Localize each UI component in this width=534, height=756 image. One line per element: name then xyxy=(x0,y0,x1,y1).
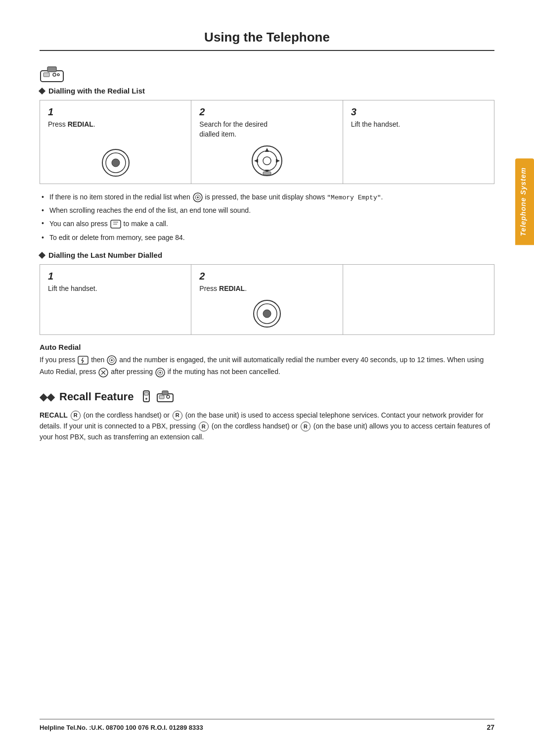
flash-inline-icon xyxy=(77,354,89,366)
recall-body: RECALL R (on the cordless handset) or R … xyxy=(40,410,494,443)
bullet-3: You can also press to make a call. xyxy=(40,218,494,230)
bullet-1: If there is no item stored in the redial… xyxy=(40,192,494,203)
svg-marker-14 xyxy=(276,159,280,163)
svg-point-37 xyxy=(159,372,161,374)
redial-button-icon-1 xyxy=(101,148,131,178)
svg-point-9 xyxy=(257,151,277,171)
nav-button-icon xyxy=(250,144,284,178)
page-footer: Helpline Tel.No. :U.K. 08700 100 076 R.O… xyxy=(40,719,494,731)
last-step-2-icon xyxy=(199,299,334,329)
svg-rect-15 xyxy=(263,172,271,175)
svg-point-43 xyxy=(167,395,170,398)
step-2-number: 2 xyxy=(199,106,205,118)
redial-inline-icon xyxy=(192,192,203,203)
svg-rect-25 xyxy=(78,356,88,364)
cordless-phone-icon xyxy=(139,390,153,404)
recall-circled-r-4: R xyxy=(301,422,311,431)
diamond-bullet-1 xyxy=(39,87,45,94)
step-3-text: Lift the handset. xyxy=(351,120,400,130)
footer-page-number: 27 xyxy=(487,723,494,731)
step-1-icon xyxy=(48,148,183,178)
step-3-number: 3 xyxy=(351,106,356,118)
last-step-1-cell: 1 Lift the handset. xyxy=(40,265,191,334)
step-2-cell: 2 Search for the desireddialled item. xyxy=(191,100,343,184)
dialling-last-title: Dialling the Last Number Dialled xyxy=(40,251,494,259)
mute-inline-icon xyxy=(98,367,109,378)
svg-point-31 xyxy=(111,359,113,361)
step-3-cell: 3 Lift the handset. xyxy=(343,100,494,184)
svg-rect-42 xyxy=(159,395,164,399)
last-step-1-number: 1 xyxy=(48,271,53,282)
last-step-2-cell: 2 Press REDIAL. xyxy=(191,265,343,334)
recall-circled-r-1: R xyxy=(71,411,81,421)
redial-auto-icon xyxy=(106,355,117,366)
step-1-number: 1 xyxy=(48,106,53,118)
last-step-2-text: Press REDIAL. xyxy=(199,284,247,294)
svg-rect-4 xyxy=(47,67,56,72)
last-step-1-text: Lift the handset. xyxy=(48,284,97,294)
auto-redial-body: If you press then and the number is enga… xyxy=(40,354,494,378)
last-step-3-empty xyxy=(343,265,494,334)
last-step-2-number: 2 xyxy=(199,271,205,282)
svg-point-18 xyxy=(197,196,199,198)
redial-button-icon-2 xyxy=(252,299,282,329)
last-number-steps-box: 1 Lift the handset. 2 Press REDIAL. xyxy=(40,264,494,335)
svg-point-24 xyxy=(263,310,271,318)
redial-auto-icon2 xyxy=(155,367,166,378)
redial-bullets: If there is no item stored in the redial… xyxy=(40,192,494,243)
auto-redial-title: Auto Redial xyxy=(40,343,494,351)
dialling-redial-title: Dialling with the Redial List xyxy=(40,87,494,95)
footer-helpline: Helpline Tel.No. :U.K. 08700 100 076 R.O… xyxy=(40,724,203,731)
step-1-cell: 1 Press REDIAL. xyxy=(40,100,191,184)
base-phone-icon xyxy=(156,390,174,404)
page-title: Using the Telephone xyxy=(40,30,494,51)
svg-marker-13 xyxy=(254,159,258,163)
page: Telephone System Using the Telephone Dia… xyxy=(0,0,534,756)
recall-diamonds: ◆◆ xyxy=(40,391,54,403)
bullet-2: When scrolling reaches the end of the li… xyxy=(40,205,494,216)
side-tab: Telephone System xyxy=(515,158,534,245)
step-1-text: Press REDIAL. xyxy=(48,120,95,130)
recall-section-title: ◆◆ Recall Feature xyxy=(40,390,494,404)
svg-point-7 xyxy=(112,159,120,167)
redial-steps-box: 1 Press REDIAL. 2 Search for the desired… xyxy=(40,100,494,184)
svg-rect-1 xyxy=(44,73,49,77)
call-inline-icon xyxy=(110,218,122,230)
svg-point-10 xyxy=(263,157,271,165)
svg-rect-44 xyxy=(162,391,168,395)
recall-circled-r-3: R xyxy=(199,422,209,431)
svg-rect-39 xyxy=(144,392,148,395)
phone-section-icon xyxy=(40,66,494,84)
svg-point-40 xyxy=(145,398,147,400)
bullet-4: To edit or delete from memory, see page … xyxy=(40,233,494,243)
phone-icon xyxy=(40,66,64,84)
recall-circled-r-2: R xyxy=(173,411,182,421)
svg-point-2 xyxy=(53,73,56,76)
step-2-text: Search for the desireddialled item. xyxy=(199,120,267,139)
svg-line-26 xyxy=(82,358,83,361)
diamond-bullet-2 xyxy=(39,252,45,259)
svg-point-3 xyxy=(57,74,59,76)
step-2-icon xyxy=(199,144,334,178)
svg-marker-11 xyxy=(265,148,269,152)
